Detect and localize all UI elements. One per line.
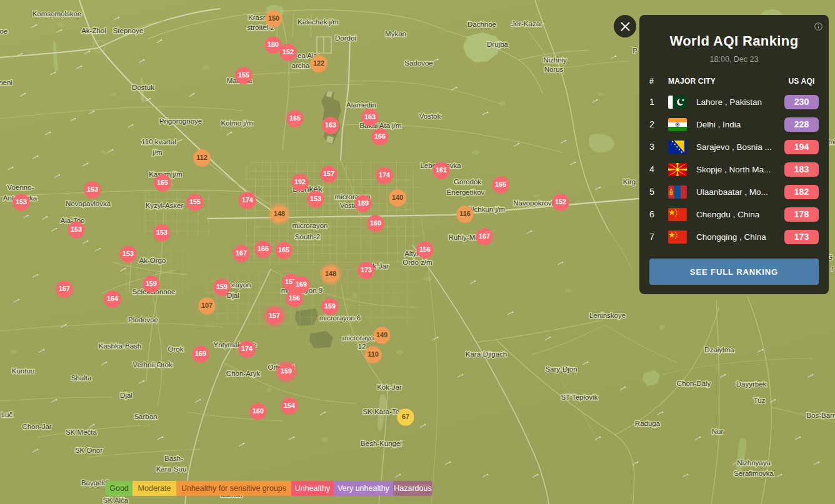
map-place-label: SK Kara-Too (362, 408, 403, 415)
aqi-marker[interactable]: 160 (249, 403, 266, 420)
aqi-badge: 230 (784, 95, 819, 109)
aqi-marker[interactable]: 155 (186, 194, 203, 210)
aqi-marker[interactable]: 150 (265, 10, 282, 27)
legend-unhealthy: Unhealthy (291, 481, 334, 496)
aqi-marker[interactable]: 153 (119, 245, 136, 262)
aqi-marker[interactable]: 165 (154, 174, 171, 191)
aqi-marker[interactable]: 180 (264, 36, 281, 53)
map-place-label: Chon-Daly (677, 380, 711, 387)
map-place-label: Ordo z/m (402, 259, 432, 266)
map-place-label: Shalta (71, 374, 92, 382)
ranking-row[interactable]: 4 Skopje , North Ma... 183 (649, 158, 819, 180)
aqi-marker[interactable]: 174 (376, 167, 392, 184)
ranking-row[interactable]: 6 Chengdu , China 178 (649, 203, 819, 225)
aqi-marker[interactable]: 160 (367, 215, 384, 232)
see-full-ranking-button[interactable]: SEE FULL RANKING (649, 259, 819, 285)
aqi-marker[interactable]: 161 (432, 162, 449, 179)
ranking-row[interactable]: 3 Sarajevo , Bosnia ... 194 (649, 136, 819, 158)
info-icon[interactable] (814, 22, 822, 31)
aqi-marker[interactable]: 153 (307, 190, 324, 207)
aqi-marker[interactable]: 159 (142, 275, 159, 292)
aqi-marker[interactable]: 167 (232, 245, 249, 262)
aqi-marker[interactable]: 174 (239, 192, 256, 209)
aqi-marker[interactable]: 122 (310, 55, 327, 72)
aqi-marker[interactable]: 164 (104, 290, 121, 307)
aqi-marker[interactable]: 156 (416, 241, 433, 258)
map-place-label: 110 kvartal (141, 138, 176, 146)
aqi-marker[interactable]: 149 (373, 327, 390, 343)
aqi-badge: 178 (784, 207, 819, 222)
city-name: Sarajevo , Bosnia ... (696, 142, 784, 152)
ranking-row[interactable]: 1 Lahore , Pakistan 230 (649, 91, 819, 113)
aqi-marker-value: 163 (325, 121, 336, 129)
ranking-row[interactable]: 7 Chongqing , China 173 (649, 225, 819, 248)
aqi-marker[interactable]: 166 (254, 240, 271, 257)
aqi-marker[interactable]: 166 (371, 128, 388, 145)
map-place-label: archa (292, 62, 310, 69)
aqi-marker[interactable]: 116 (456, 205, 473, 222)
aqi-marker-value: 160 (252, 407, 264, 415)
map-place-label: Ak-Orgo (139, 257, 166, 264)
aqi-marker[interactable]: 112 (193, 149, 210, 166)
aqi-marker[interactable]: 159 (321, 298, 338, 315)
aqi-marker[interactable]: 67 (397, 408, 414, 425)
aqi-marker[interactable]: 165 (286, 110, 303, 127)
aqi-badge: 183 (784, 162, 819, 177)
map-place-label: Dachnoe (468, 21, 496, 28)
aqi-marker[interactable]: 155 (235, 67, 252, 84)
map-place-label: Kirg (623, 178, 636, 185)
rank-number: 2 (649, 119, 668, 129)
aqi-marker[interactable]: 165 (492, 176, 509, 193)
aqi-marker[interactable]: 140 (389, 189, 406, 206)
aqi-marker[interactable]: 165 (275, 242, 292, 259)
aqi-marker[interactable]: 192 (291, 174, 308, 190)
map-place-label: Kelechek j/m (298, 18, 339, 26)
legend-hazardous: Hazardous (393, 481, 432, 496)
aqi-marker-value: 156 (419, 245, 431, 253)
aqi-marker[interactable]: 163 (322, 117, 339, 134)
aqi-marker[interactable]: 174 (238, 340, 255, 357)
aqi-marker-value: 164 (107, 295, 118, 302)
aqi-marker[interactable]: 156 (286, 290, 302, 307)
aqi-marker[interactable]: 148 (319, 263, 342, 286)
aqi-marker-value: 148 (274, 210, 285, 217)
aqi-marker[interactable]: 189 (354, 195, 371, 212)
aqi-marker[interactable]: 153 (84, 181, 101, 198)
aqi-marker[interactable]: 159 (213, 279, 230, 295)
ranking-rows: 1 Lahore , Pakistan 230 2 Delhi , India … (639, 91, 829, 248)
aqi-marker[interactable]: 159 (275, 360, 298, 383)
aqi-marker[interactable]: 163 (361, 109, 378, 126)
aqi-marker[interactable]: 169 (192, 345, 209, 362)
aqi-marker-value: 149 (376, 331, 388, 338)
close-panel-button[interactable] (614, 15, 636, 37)
aqi-marker[interactable]: 173 (358, 262, 374, 279)
aqi-marker[interactable]: 152 (552, 194, 569, 210)
aqi-marker-value: 159 (216, 283, 228, 290)
ranking-row[interactable]: 2 Delhi , India 228 (649, 113, 819, 136)
aqi-marker[interactable]: 110 (364, 346, 381, 363)
aqi-marker[interactable]: 107 (198, 297, 215, 314)
map-place-label: Prigorognoye (159, 117, 202, 125)
aqi-marker[interactable]: 154 (281, 397, 298, 414)
aqi-marker[interactable]: 157 (263, 305, 286, 328)
map-place-label: j/m (152, 149, 162, 156)
aqi-marker[interactable]: 157 (320, 166, 337, 182)
aqi-marker[interactable]: 167 (56, 280, 72, 297)
air-quality-map-app: {"app": {"type": "air-quality-map"},"pan… (0, 0, 835, 504)
aqi-marker[interactable]: 153 (12, 194, 29, 210)
aqi-marker-value: 122 (313, 59, 324, 67)
aqi-marker[interactable]: 148 (268, 203, 291, 226)
aqi-marker-value: 153 (71, 225, 82, 233)
panel-title: World AQI Ranking (639, 33, 829, 49)
aqi-marker[interactable]: 153 (68, 221, 84, 238)
aqi-marker[interactable]: 167 (476, 228, 492, 245)
map-place-label: Dzaiylma (704, 346, 734, 353)
aqi-marker-value: 110 (368, 350, 378, 358)
map-place-label: Komsomolskoe (32, 10, 82, 17)
map-place-label: mi (828, 138, 835, 146)
aqi-marker[interactable]: 153 (153, 224, 170, 241)
ranking-row[interactable]: 5 Ulaanbaatar , Mo... 182 (649, 180, 819, 203)
map-place-label: Nur (712, 428, 724, 435)
aqi-marker[interactable]: 152 (279, 44, 296, 61)
aqi-marker-value: 148 (325, 270, 336, 277)
